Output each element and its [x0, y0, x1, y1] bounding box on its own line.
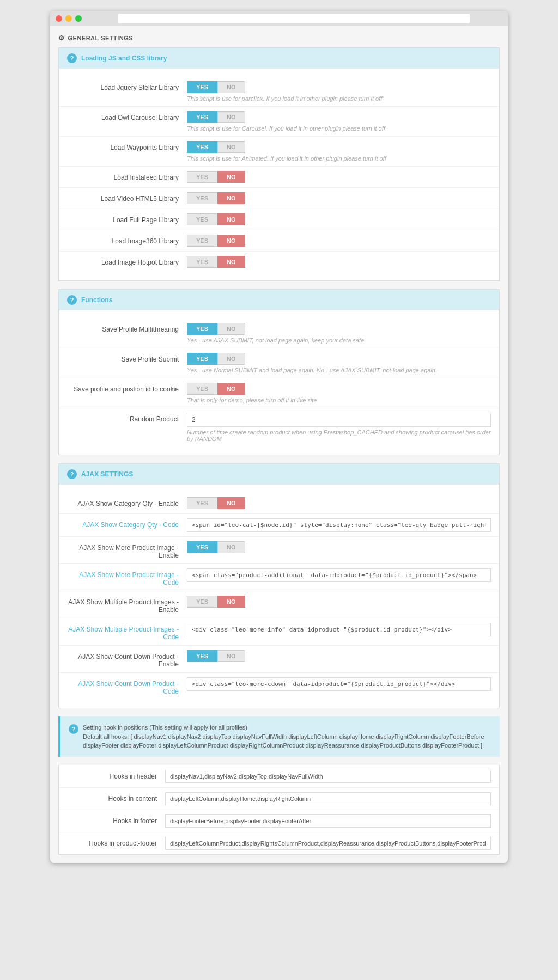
- cookie-hint: That is only for demo, please turn off i…: [187, 397, 491, 403]
- owl-row: Load Owl Carousel Library YES NO This sc…: [59, 107, 499, 137]
- hotpot-row: Load Image Hotpot Library YES NO: [59, 252, 499, 272]
- close-btn[interactable]: [56, 15, 62, 22]
- owl-control: YES NO This script is use for Carousel. …: [187, 111, 491, 132]
- ajax-cat-qty-code-input[interactable]: [187, 518, 491, 532]
- fullpage-no[interactable]: NO: [217, 213, 245, 225]
- stellar-row: Load Jquery Stellar Library YES NO This …: [59, 77, 499, 107]
- ajax-multi-img-enable-label: AJAX Show Multiple Product Images - Enab…: [67, 596, 187, 614]
- profile-submit-yes[interactable]: YES: [187, 353, 217, 365]
- ajax-cat-qty-enable-label: AJAX Show Category Qty - Enable: [67, 497, 187, 507]
- ajax-more-img-yes[interactable]: YES: [187, 541, 217, 553]
- owl-toggle: YES NO: [187, 111, 491, 123]
- cookie-control: YES NO That is only for demo, please tur…: [187, 383, 491, 403]
- hooks-content-input[interactable]: [165, 792, 491, 805]
- ajax-cat-qty-yes[interactable]: YES: [187, 497, 217, 509]
- ajax-multi-img-yes[interactable]: YES: [187, 596, 217, 608]
- cookie-no[interactable]: NO: [217, 383, 245, 395]
- multithrearing-control: YES NO Yes - use AJAX SUBMIT, not load p…: [187, 323, 491, 344]
- ajax-countdown-code-label[interactable]: AJAX Show Count Down Product - Code: [67, 677, 187, 695]
- ajax-cat-qty-enable-control: YES NO: [187, 497, 491, 509]
- waypoints-yes[interactable]: YES: [187, 141, 217, 153]
- maximize-btn[interactable]: [75, 15, 82, 22]
- ajax-more-img-toggle: YES NO: [187, 541, 491, 553]
- ajax-countdown-yes[interactable]: YES: [187, 650, 217, 662]
- owl-hint: This script is use for Carousel. If you …: [187, 125, 491, 132]
- ajax-cat-qty-code-label[interactable]: AJAX Show Category Qty - Code: [67, 518, 187, 529]
- profile-submit-toggle: YES NO: [187, 353, 491, 365]
- profile-submit-no[interactable]: NO: [217, 353, 245, 365]
- video-label: Load Video HTML5 Library: [67, 192, 187, 203]
- owl-yes[interactable]: YES: [187, 111, 217, 123]
- ajax-more-img-code-input[interactable]: [187, 568, 491, 582]
- hooks-product-footer-label: Hooks in product-footer: [67, 840, 165, 847]
- ajax-countdown-code-input[interactable]: [187, 677, 491, 691]
- titlebar: [50, 11, 508, 26]
- ajax-countdown-no[interactable]: NO: [217, 650, 245, 662]
- video-no[interactable]: NO: [217, 192, 245, 204]
- random-product-control: Number of time create random product whe…: [187, 413, 491, 442]
- ajax-multi-img-toggle: YES NO: [187, 596, 491, 608]
- multithrearing-no[interactable]: NO: [217, 323, 245, 335]
- ajax-multi-img-code-row: AJAX Show Multiple Product Images - Code: [59, 618, 499, 646]
- profile-submit-row: Save Profile Submit YES NO Yes - use Nor…: [59, 348, 499, 378]
- ajax-countdown-code-control: [187, 677, 491, 691]
- random-product-input[interactable]: [187, 413, 491, 427]
- image360-no[interactable]: NO: [217, 235, 245, 247]
- ajax-cat-qty-no[interactable]: NO: [217, 497, 245, 509]
- hooks-product-footer-input[interactable]: [165, 837, 491, 850]
- ajax-panel-header: ? AJAX SETTINGS: [59, 464, 499, 485]
- cookie-label: Save profile and postion id to cookie: [67, 383, 187, 393]
- video-toggle: YES NO: [187, 192, 491, 204]
- ajax-multi-img-enable-row: AJAX Show Multiple Product Images - Enab…: [59, 591, 499, 618]
- ajax-multi-img-code-label[interactable]: AJAX Show Multiple Product Images - Code: [67, 623, 187, 641]
- ajax-cat-qty-toggle: YES NO: [187, 497, 491, 509]
- help-icon-ajax[interactable]: ?: [67, 469, 77, 479]
- waypoints-hint: This script is use for Animated. If you …: [187, 155, 491, 162]
- help-icon-js[interactable]: ?: [67, 53, 77, 63]
- waypoints-toggle: YES NO: [187, 141, 491, 153]
- minimize-btn[interactable]: [65, 15, 72, 22]
- functions-panel-body: Save Profile Multithrearing YES NO Yes -…: [59, 310, 499, 455]
- fullpage-toggle: YES NO: [187, 213, 491, 225]
- multithrearing-yes[interactable]: YES: [187, 323, 217, 335]
- cookie-yes[interactable]: YES: [187, 383, 217, 395]
- waypoints-row: Load Waypoints Library YES NO This scrip…: [59, 137, 499, 167]
- ajax-multi-img-no[interactable]: NO: [217, 596, 245, 608]
- random-product-label: Random Product: [67, 413, 187, 423]
- instafeed-no[interactable]: NO: [217, 171, 245, 183]
- main-content: ⚙ GENERAL SETTINGS ? Loading JS and CSS …: [50, 26, 508, 863]
- instafeed-yes[interactable]: YES: [187, 171, 217, 183]
- hooks-footer-label: Hooks in footer: [67, 817, 165, 825]
- ajax-multi-img-code-input[interactable]: [187, 623, 491, 636]
- hooks-content-label: Hooks in content: [67, 795, 165, 803]
- app-window: ⚙ GENERAL SETTINGS ? Loading JS and CSS …: [50, 11, 508, 863]
- stellar-label: Load Jquery Stellar Library: [67, 81, 187, 91]
- hotpot-no[interactable]: NO: [217, 256, 245, 268]
- waypoints-no[interactable]: NO: [217, 141, 245, 153]
- instafeed-label: Load Instafeed Library: [67, 171, 187, 181]
- hotpot-yes[interactable]: YES: [187, 256, 217, 268]
- image360-yes[interactable]: YES: [187, 235, 217, 247]
- hooks-panel: Hooks in header Hooks in content Hooks i…: [58, 765, 500, 855]
- stellar-hint: This script is use for parallax. If you …: [187, 95, 491, 102]
- fullpage-row: Load Full Page Library YES NO: [59, 209, 499, 230]
- cookie-toggle: YES NO: [187, 383, 491, 395]
- video-yes[interactable]: YES: [187, 192, 217, 204]
- help-icon-info[interactable]: ?: [69, 724, 78, 734]
- owl-no[interactable]: NO: [217, 111, 245, 123]
- help-icon-functions[interactable]: ?: [67, 295, 77, 305]
- fullpage-yes[interactable]: YES: [187, 213, 217, 225]
- random-product-row: Random Product Number of time create ran…: [59, 408, 499, 446]
- stellar-no[interactable]: NO: [217, 81, 245, 93]
- profile-submit-control: YES NO Yes - use Normal SUBMIT and load …: [187, 353, 491, 373]
- ajax-more-img-no[interactable]: NO: [217, 541, 245, 553]
- hooks-footer-input[interactable]: [165, 814, 491, 828]
- stellar-yes[interactable]: YES: [187, 81, 217, 93]
- ajax-more-img-code-label[interactable]: AJAX Show More Product Image - Code: [67, 568, 187, 586]
- multithrearing-row: Save Profile Multithrearing YES NO Yes -…: [59, 318, 499, 348]
- ajax-more-img-code-row: AJAX Show More Product Image - Code: [59, 564, 499, 591]
- waypoints-control: YES NO This script is use for Animated. …: [187, 141, 491, 162]
- url-bar[interactable]: [118, 14, 470, 23]
- hooks-header-input[interactable]: [165, 770, 491, 783]
- info-box: ? Setting hook in positions (This settin…: [58, 716, 500, 757]
